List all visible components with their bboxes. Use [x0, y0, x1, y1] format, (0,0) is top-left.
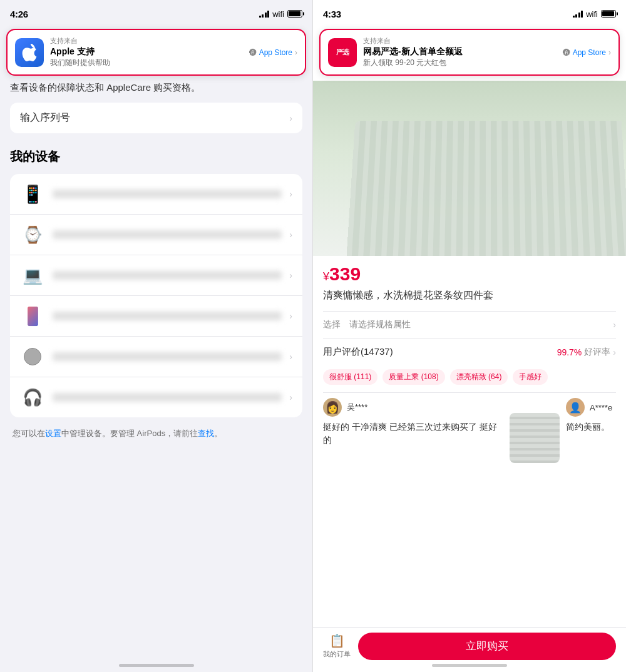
device-name-blurred-5 — [53, 352, 282, 361]
right-battery-icon — [601, 10, 616, 18]
apple-support-icon — [15, 38, 44, 67]
device-chevron-1: › — [289, 189, 292, 199]
right-signal-bar-2 — [575, 14, 577, 18]
left-signal — [259, 10, 270, 18]
right-status-icons: wifi — [573, 9, 616, 19]
left-notification-banner[interactable]: 支持来自 Apple 支持 我们随时提供帮助 🅐 App Store › — [6, 29, 306, 76]
serial-chevron: › — [289, 113, 292, 123]
right-signal — [573, 10, 583, 18]
device-name-blurred-3 — [53, 271, 282, 280]
spec-row-inner: 选择 请选择规格属性 — [323, 319, 411, 330]
left-wifi-icon: wifi — [272, 9, 284, 19]
right-appstore-link[interactable]: 🅐 App Store › — [563, 48, 611, 57]
device-row-homepod[interactable]: › — [10, 337, 302, 377]
reviews-rating: 99.7% — [557, 347, 582, 357]
orders-label: 我的订单 — [323, 649, 351, 659]
device-icon-macbook: 💻 — [20, 263, 45, 288]
left-appstore-icon: 🅐 — [249, 48, 257, 57]
reviewer-name-1: 吴**** — [347, 402, 367, 413]
device-chevron-2: › — [289, 230, 292, 240]
right-wifi-icon: wifi — [586, 9, 598, 19]
device-row-watch[interactable]: ⌚ › — [10, 215, 302, 255]
left-notif-subtitle: 我们随时提供帮助 — [50, 58, 243, 68]
buy-now-label: 立即购买 — [466, 639, 508, 653]
right-notification-banner[interactable]: 严选 支持来自 网易严选-新人首单全额返 新人领取 99-20 元大红包 🅐 A… — [319, 29, 620, 76]
tags-row: 很舒服 (111) 质量上乘 (108) 漂亮精致 (64) 手感好 — [323, 365, 616, 392]
device-row-ipad[interactable]: 📱 › — [10, 296, 302, 337]
footer-settings-link[interactable]: 设置 — [45, 429, 61, 438]
reviews-row[interactable]: 用户评价(14737) 99.7% 好评率 › — [323, 338, 616, 365]
left-content-area: 查看设备的保障状态和 AppleCare 购买资格。 输入序列号 › 我的设备 … — [0, 81, 312, 440]
left-battery-icon — [287, 10, 302, 18]
spec-selection-row[interactable]: 选择 请选择规格属性 › — [323, 311, 616, 338]
left-notif-title: Apple 支持 — [50, 46, 243, 58]
devices-section-title: 我的设备 — [10, 148, 302, 165]
spec-label: 选择 — [323, 319, 341, 330]
right-home-indicator — [432, 664, 507, 667]
price-value: 339 — [329, 263, 361, 284]
right-status-bar: 4:33 wifi — [313, 0, 626, 28]
right-appstore-chevron: › — [608, 48, 611, 57]
right-notif-source: 支持来自 — [363, 36, 557, 46]
right-time: 4:33 — [323, 9, 341, 19]
device-chevron-6: › — [289, 392, 292, 402]
footer-find-link[interactable]: 查找 — [198, 429, 214, 438]
product-image-bg — [313, 81, 626, 256]
tag-comfortable: 很舒服 (111) — [323, 369, 377, 385]
signal-bar-3 — [265, 13, 267, 18]
netease-icon: 严选 — [328, 38, 357, 67]
reviewer-info-2: 👤 A****e — [566, 398, 616, 417]
device-name-blurred-6 — [53, 393, 282, 402]
reviewer-info-1: 👩 吴**** — [323, 398, 503, 417]
right-signal-bar-4 — [581, 11, 583, 18]
orders-icon: 📋 — [329, 633, 345, 648]
review-text-2: 简约美丽。 — [566, 420, 616, 434]
device-row-macbook[interactable]: 💻 › — [10, 255, 302, 296]
product-price: ¥339 — [323, 263, 616, 285]
left-status-icons: wifi — [259, 9, 302, 19]
device-name-blurred-4 — [53, 312, 282, 320]
device-name-blurred-2 — [53, 230, 282, 239]
product-content: ¥339 清爽慵懒感，水洗棉提花竖条纹四件套 选择 请选择规格属性 › 用户评价… — [313, 256, 626, 476]
right-signal-bar-1 — [573, 16, 575, 18]
reviews-good-label: 好评率 — [584, 347, 610, 358]
right-notif-content: 支持来自 网易严选-新人首单全额返 新人领取 99-20 元大红包 — [363, 36, 557, 68]
device-icon-ipad: 📱 — [20, 303, 45, 328]
reviews-title: 用户评价(14737) — [323, 346, 393, 358]
review-image-inner-1 — [510, 413, 560, 463]
device-icon-iphone: 📱 — [20, 181, 45, 206]
spec-chevron: › — [613, 320, 616, 330]
left-appstore-label: App Store — [259, 48, 292, 57]
my-orders-button[interactable]: 📋 我的订单 — [323, 633, 351, 659]
left-appstore-link[interactable]: 🅐 App Store › — [249, 48, 297, 57]
product-title: 清爽慵懒感，水洗棉提花竖条纹四件套 — [323, 288, 616, 302]
right-appstore-label: App Store — [573, 48, 606, 57]
left-status-bar: 4:26 wifi — [0, 0, 312, 28]
right-signal-bar-3 — [578, 13, 580, 18]
right-notif-subtitle: 新人领取 99-20 元大红包 — [363, 58, 557, 68]
device-row-airpods[interactable]: 🎧 › — [10, 377, 302, 417]
tag-quality: 质量上乘 (108) — [382, 369, 444, 385]
right-panel: 4:33 wifi 严选 支持来自 网易严选-新人首单全额返 新人领取 99-2… — [313, 0, 626, 672]
left-panel: 4:26 wifi 支持来自 Apple 支持 我们随时提供帮助 — [0, 0, 313, 672]
left-notif-source: 支持来自 — [50, 36, 243, 46]
bedding-stripes — [346, 121, 626, 256]
serial-input-row[interactable]: 输入序列号 › — [10, 103, 302, 133]
reviews-chevron: › — [613, 347, 616, 357]
device-chevron-4: › — [289, 311, 292, 321]
tag-beautiful: 漂亮精致 (64) — [450, 369, 508, 385]
price-symbol: ¥ — [323, 270, 329, 283]
signal-bar-4 — [267, 11, 269, 18]
left-appstore-chevron: › — [295, 48, 297, 57]
buy-now-button[interactable]: 立即购买 — [358, 633, 616, 660]
spec-value: 请选择规格属性 — [349, 319, 411, 330]
device-icon-watch: ⌚ — [20, 222, 45, 247]
review-card-2: 👤 A****e 简约美丽。 — [566, 398, 616, 463]
left-notif-content: 支持来自 Apple 支持 我们随时提供帮助 — [50, 36, 243, 68]
device-chevron-3: › — [289, 270, 292, 280]
device-row-iphone[interactable]: 📱 › — [10, 174, 302, 215]
review-card-1: 👩 吴**** 挺好的 干净清爽 已经第三次过来购买了 挺好的 — [323, 398, 503, 463]
device-icon-airpods: 🎧 — [20, 385, 45, 410]
left-description: 查看设备的保障状态和 AppleCare 购买资格。 — [10, 81, 302, 94]
reviews-right: 99.7% 好评率 › — [557, 347, 616, 358]
